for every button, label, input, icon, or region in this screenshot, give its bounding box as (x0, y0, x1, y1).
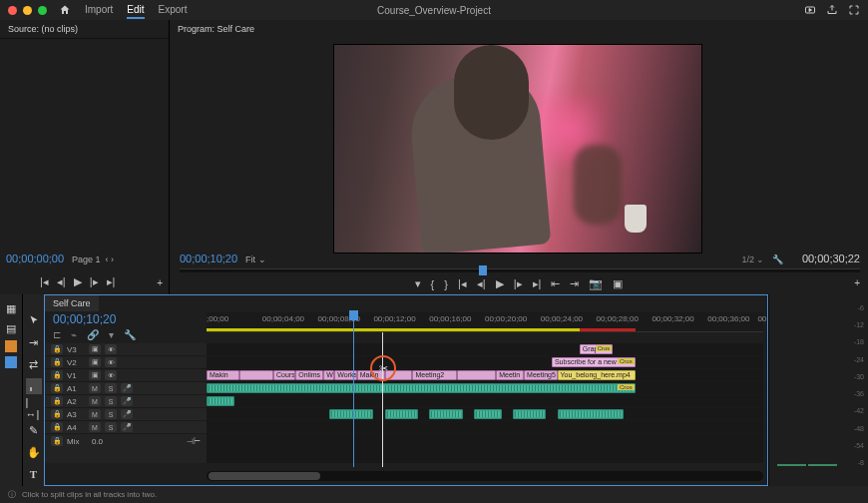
linked-selection-icon[interactable]: 🔗 (87, 329, 99, 340)
play-button[interactable]: ▶ (496, 277, 504, 290)
audio-clip[interactable] (207, 396, 234, 406)
program-scrubber[interactable] (180, 268, 860, 272)
clip-graphic[interactable]: GraphicCros (580, 344, 613, 354)
home-icon[interactable] (59, 4, 71, 16)
settings-icon[interactable]: 🔧 (124, 329, 136, 340)
export-frame-button[interactable]: 📷 (589, 277, 603, 290)
step-forward-button[interactable]: |▸ (90, 275, 99, 288)
audio-clip[interactable] (385, 409, 418, 419)
track-a2[interactable] (207, 395, 763, 408)
clip[interactable]: Meeting2 (412, 370, 457, 380)
clip[interactable]: Onlims (295, 370, 323, 380)
mix-track-header[interactable]: 🔒Mix 0.0⊣⊢ (45, 434, 207, 448)
clip[interactable] (239, 370, 272, 380)
markers-icon[interactable]: ▾ (109, 329, 114, 340)
program-tab[interactable]: Program: Self Care (170, 20, 868, 38)
source-timecode[interactable]: 00;00;00;00 (6, 252, 64, 264)
clip[interactable]: Makin (207, 370, 239, 380)
work-area-bar[interactable] (207, 328, 580, 331)
audio-clip[interactable] (429, 409, 462, 419)
mark-in-button[interactable]: { (431, 278, 435, 290)
track-header-a2[interactable]: 🔒A2MS🎤 (45, 395, 207, 408)
tracks-area[interactable]: GraphicCros Subscribe for a new SeCros M… (207, 343, 763, 463)
project-icon[interactable]: ▦ (3, 300, 19, 316)
audio-clip[interactable]: Cros (207, 383, 636, 393)
minimize-window-button[interactable] (23, 6, 32, 15)
label-swatch-blue[interactable] (5, 356, 17, 368)
add-marker-button[interactable]: ▾ (415, 277, 421, 290)
ripple-edit-tool[interactable]: ⇄ (26, 356, 42, 372)
slip-tool[interactable]: |↔| (26, 400, 42, 416)
program-transport: ▾ { } |◂ ◂| ▶ |▸ ▸| ⇤ ⇥ 📷 ▣ (415, 277, 624, 290)
track-v1[interactable]: Makin Cours Onlims W Works Makin Meeting… (207, 369, 763, 382)
label-swatch-orange[interactable] (5, 340, 17, 352)
clip-you-belong[interactable]: You_belong_here.mp4 (558, 370, 636, 380)
nested-seq-icon[interactable]: ⊏ (53, 329, 61, 340)
audio-clip[interactable] (329, 409, 374, 419)
close-window-button[interactable] (8, 6, 17, 15)
goto-out-button[interactable]: ▸| (533, 277, 542, 290)
quick-export-icon[interactable] (804, 4, 816, 16)
tab-export[interactable]: Export (159, 2, 188, 19)
source-tab[interactable]: Source: (no clips) (0, 20, 169, 39)
timeline-ruler[interactable]: ;00;00 00;00;04;00 00;00;08;00 00;00;12;… (207, 312, 763, 332)
type-tool[interactable]: T (26, 466, 42, 482)
track-select-tool[interactable]: ⇥ (26, 334, 42, 350)
track-header-v3[interactable]: 🔒V3▣👁 (45, 343, 207, 356)
program-zoom-select[interactable]: Fit ⌄ (245, 254, 266, 264)
tab-edit[interactable]: Edit (127, 2, 144, 19)
fullscreen-icon[interactable] (848, 4, 860, 16)
track-header-a3[interactable]: 🔒A3MS🎤 (45, 408, 207, 421)
timeline-timecode[interactable]: 00;00;10;20 (53, 312, 116, 326)
lift-button[interactable]: ⇤ (551, 277, 560, 290)
step-back-button[interactable]: ◂| (477, 277, 486, 290)
step-back-button[interactable]: ◂| (57, 275, 66, 288)
extract-button[interactable]: ⇥ (570, 277, 579, 290)
program-timecode-out[interactable]: 00;00;30;22 (802, 252, 860, 264)
step-forward-button[interactable]: |▸ (514, 277, 523, 290)
goto-in-button[interactable]: |◂ (40, 275, 49, 288)
status-hint: Click to split clips in all tracks into … (22, 490, 157, 499)
track-header-v1[interactable]: 🔒V1▣👁 (45, 369, 207, 382)
pen-tool[interactable]: ✎ (26, 422, 42, 438)
hand-tool[interactable]: ✋ (26, 444, 42, 460)
source-add-button[interactable]: + (157, 277, 163, 288)
clip[interactable]: Meetin (496, 370, 524, 380)
track-v3[interactable]: GraphicCros (207, 343, 763, 356)
audio-clip[interactable] (558, 409, 625, 419)
play-button[interactable]: ▶ (74, 275, 82, 288)
maximize-window-button[interactable] (38, 6, 47, 15)
clip[interactable] (457, 370, 496, 380)
clip[interactable]: Cours (273, 370, 295, 380)
track-a4[interactable] (207, 421, 763, 434)
clip[interactable]: Meeting5 (524, 370, 557, 380)
track-header-a4[interactable]: 🔒A4MS🎤 (45, 421, 207, 434)
goto-out-button[interactable]: ▸| (107, 275, 116, 288)
track-a1[interactable]: Cros (207, 382, 763, 395)
program-resolution-select[interactable]: 1/2 ⌄ 🔧 (741, 254, 783, 264)
track-a3[interactable] (207, 408, 763, 421)
comparison-button[interactable]: ▣ (613, 277, 623, 290)
razor-tool[interactable] (26, 378, 42, 394)
timeline-horizontal-scroll[interactable] (207, 471, 763, 481)
program-button-editor[interactable]: + (854, 277, 860, 288)
media-browser-icon[interactable]: ▤ (3, 320, 19, 336)
program-timecode-in[interactable]: 00;00;10;20 (180, 252, 237, 264)
clip[interactable]: W (323, 370, 334, 380)
track-v2[interactable]: Subscribe for a new SeCros (207, 356, 763, 369)
goto-in-button[interactable]: |◂ (458, 277, 467, 290)
selection-tool[interactable] (26, 312, 42, 328)
program-viewer[interactable] (333, 44, 702, 253)
mark-out-button[interactable]: } (444, 278, 448, 290)
sequence-tab[interactable]: Self Care (45, 295, 99, 311)
clip-subscribe[interactable]: Subscribe for a new SeCros (552, 357, 636, 367)
program-monitor-panel: Program: Self Care 00;00;10;20 Fit ⌄ 1/2… (170, 20, 868, 294)
snap-icon[interactable]: ⌁ (71, 329, 77, 340)
track-header-a1[interactable]: 🔒A1MS🎤 (45, 382, 207, 395)
share-icon[interactable] (826, 4, 838, 16)
tab-import[interactable]: Import (85, 2, 113, 19)
playhead[interactable] (353, 312, 354, 467)
audio-clip[interactable] (474, 409, 502, 419)
track-header-v2[interactable]: 🔒V2▣👁 (45, 356, 207, 369)
audio-clip[interactable] (513, 409, 546, 419)
